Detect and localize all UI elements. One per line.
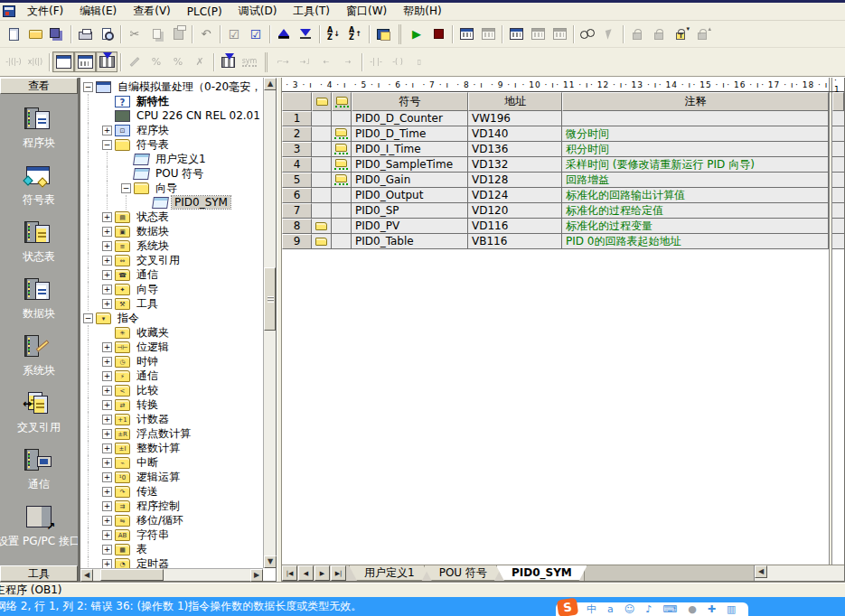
- insert-network-button[interactable]: [217, 51, 239, 72]
- panel-icon[interactable]: ▥: [727, 604, 736, 615]
- address-cell[interactable]: VD128: [468, 173, 562, 188]
- copy-button[interactable]: [146, 23, 167, 44]
- flag-cell[interactable]: [312, 142, 332, 157]
- tree-expander[interactable]: +: [102, 270, 112, 280]
- tree-item-新特性[interactable]: ?新特性: [83, 94, 276, 108]
- tree-item-程序块[interactable]: +⊡程序块: [83, 123, 276, 137]
- last-tab-button[interactable]: ▶|: [331, 565, 346, 581]
- save-all-button[interactable]: [46, 23, 68, 44]
- tree-expander[interactable]: +: [102, 256, 112, 266]
- sidebar-item-3[interactable]: 数据块: [0, 276, 78, 322]
- flag-cell[interactable]: [312, 203, 332, 219]
- toolbox-icon[interactable]: ✚: [708, 604, 716, 615]
- scroll-thumb[interactable]: [264, 267, 276, 331]
- download-button[interactable]: [295, 23, 316, 44]
- menu-1[interactable]: 编辑(E): [71, 2, 125, 21]
- tree-expander[interactable]: +: [102, 472, 112, 482]
- comment-cell[interactable]: [562, 111, 829, 126]
- row-number[interactable]: 6: [282, 188, 312, 203]
- tree-expander[interactable]: +: [102, 429, 112, 439]
- menu-2[interactable]: 查看(V): [125, 2, 179, 21]
- tree-item-向导[interactable]: −向导: [83, 181, 276, 195]
- tree-expander[interactable]: +: [102, 516, 112, 526]
- tree-item-表[interactable]: +▦表: [83, 542, 276, 556]
- flag2-cell[interactable]: [332, 142, 352, 157]
- sort-ascending-button[interactable]: AZ↓: [323, 23, 344, 44]
- tree-item-通信[interactable]: +⚡通信: [83, 369, 276, 383]
- chinese-mode-icon[interactable]: 中: [587, 604, 596, 615]
- comment-column-header[interactable]: 注释: [562, 92, 829, 111]
- row-number[interactable]: 9: [282, 234, 312, 249]
- scroll-thumb[interactable]: [100, 569, 164, 581]
- tree-item-收藏夹[interactable]: ✳收藏夹: [83, 325, 276, 340]
- row-number[interactable]: 5: [282, 173, 312, 188]
- tree-expander[interactable]: +: [102, 357, 112, 367]
- tree-expander[interactable]: −: [121, 183, 131, 193]
- menu-5[interactable]: 工具(T): [285, 2, 338, 21]
- run-button[interactable]: ▶: [406, 23, 427, 44]
- address-cell[interactable]: VD132: [468, 157, 562, 173]
- skin-icon[interactable]: ●: [688, 604, 697, 615]
- symbol-cell[interactable]: PID0_I_Time: [352, 142, 468, 157]
- row-number[interactable]: 7: [282, 203, 312, 219]
- print-button[interactable]: [74, 23, 96, 44]
- flag-column-header[interactable]: [312, 92, 332, 111]
- tree-expander[interactable]: +: [102, 415, 112, 425]
- single-read-button[interactable]: [549, 23, 570, 44]
- tree-item-CPU 226 CN REL 02.01[interactable]: CPU 226 CN REL 02.01: [83, 108, 276, 123]
- comment-cell[interactable]: 标准化的过程给定值: [562, 203, 829, 219]
- comment-cell[interactable]: 采样时间 (要修改请重新运行 PID 向导): [562, 157, 829, 173]
- comment-cell[interactable]: 回路增益: [562, 173, 829, 188]
- symbol-cell[interactable]: PID0_Gain: [352, 173, 468, 188]
- tree-item-符号表[interactable]: −符号表: [83, 137, 276, 152]
- compile-all-button[interactable]: ☑: [245, 23, 267, 44]
- tree-item-状态表[interactable]: +▤状态表: [83, 210, 276, 224]
- address-column-header[interactable]: 地址: [468, 92, 562, 111]
- line-left-button[interactable]: ←: [315, 51, 337, 72]
- upload-button[interactable]: [273, 23, 295, 44]
- tree-item-POU 符号[interactable]: POU 符号: [83, 166, 276, 181]
- row-number[interactable]: 4: [282, 157, 312, 173]
- unforce-button[interactable]: [648, 23, 670, 44]
- sheet-tab-POU 符号[interactable]: POU 符号: [424, 565, 502, 581]
- tree-expander[interactable]: +: [102, 458, 112, 468]
- tree-item-PID0_SYM[interactable]: PID0_SYM: [83, 195, 276, 210]
- tree-expander[interactable]: +: [102, 386, 112, 396]
- tree-expander[interactable]: +: [102, 227, 112, 237]
- sidebar-item-2[interactable]: 状态表: [0, 219, 78, 265]
- line-up-button[interactable]: →˩: [294, 51, 315, 72]
- row-number[interactable]: 8: [282, 219, 312, 234]
- menu-6[interactable]: 窗口(W): [338, 2, 395, 21]
- monitor-button[interactable]: [577, 23, 598, 44]
- sidebar-item-5[interactable]: ↔ 交叉引用: [0, 390, 78, 435]
- comment-cell[interactable]: 积分时间: [562, 142, 829, 157]
- tree-vertical-scrollbar[interactable]: ▲ ▼: [263, 78, 276, 568]
- address-cell[interactable]: VB116: [468, 234, 562, 249]
- scroll-down-button[interactable]: ▼: [264, 555, 277, 568]
- box-button[interactable]: ▯: [408, 51, 430, 72]
- trend-view-button[interactable]: [527, 23, 549, 44]
- comment-cell[interactable]: 标准化的回路输出计算值: [562, 188, 829, 203]
- first-tab-button[interactable]: |◀: [282, 565, 297, 581]
- flag2-cell[interactable]: [332, 157, 352, 173]
- voice-icon[interactable]: ♪: [645, 604, 652, 615]
- insert-contact-x-button[interactable]: x|(|): [24, 51, 46, 72]
- tree-expander[interactable]: +: [102, 285, 112, 294]
- tree-expander[interactable]: +: [102, 342, 112, 352]
- tree-item-通信[interactable]: +☎通信: [83, 267, 276, 282]
- scroll-left-button[interactable]: ◀: [755, 565, 767, 578]
- read-all-forced-button[interactable]: ▴: [691, 23, 713, 44]
- tree-item-字符串[interactable]: +AB字符串: [83, 527, 276, 542]
- tools-bar-header[interactable]: 工具: [0, 565, 78, 582]
- address-cell[interactable]: VD120: [468, 203, 562, 219]
- comment-cell[interactable]: 微分时间: [562, 126, 829, 142]
- flag-cell[interactable]: [312, 126, 332, 142]
- force-t-button[interactable]: ▾: [670, 23, 691, 44]
- cut-button[interactable]: ✂: [124, 23, 146, 44]
- tree-item-比较[interactable]: +<比较: [83, 383, 276, 397]
- sidebar-item-0[interactable]: 程序块: [0, 106, 78, 151]
- document-icon[interactable]: [3, 5, 15, 17]
- sidebar-item-6[interactable]: 通信: [0, 447, 78, 492]
- scroll-left-button[interactable]: ◀: [80, 569, 93, 582]
- open-button[interactable]: [24, 23, 46, 44]
